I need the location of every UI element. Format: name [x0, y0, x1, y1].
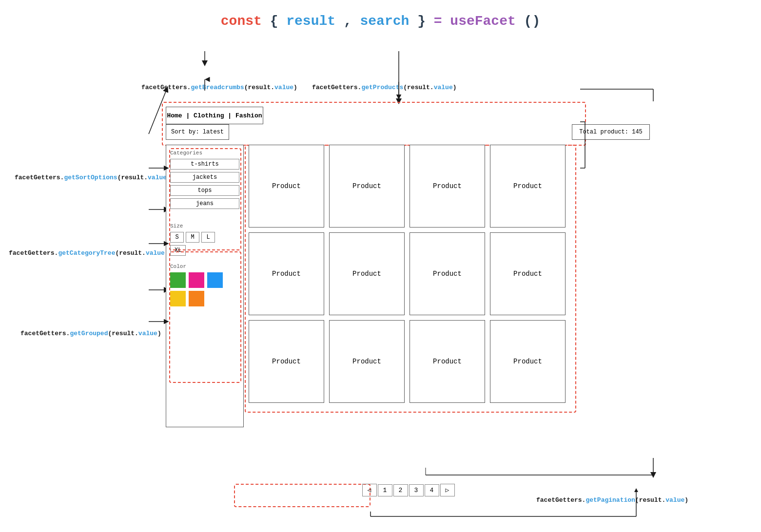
color-label: Color [170, 264, 239, 269]
pagination-bar: ◁ 1 2 3 4 ▷ [362, 484, 455, 496]
total-bar: Total product: 145 [572, 124, 650, 140]
size-m[interactable]: M [186, 232, 199, 243]
total-label: Total product: 145 [579, 129, 643, 135]
breadcrumb-text: Home | Clothing | Fashion [167, 112, 262, 119]
size-label: Size [170, 223, 239, 229]
cat-item-jackets[interactable]: jackets [170, 172, 239, 183]
annotation-products: facetGetters.getProducts(result.value) [312, 84, 457, 91]
pagination-page-2[interactable]: 2 [393, 484, 408, 496]
title-usefacet: useFacet [450, 14, 515, 29]
sidebar-panel: Categories t-shirts jackets tops jeans S… [166, 145, 244, 427]
page-title: const { result , search } = useFacet () [0, 0, 761, 34]
product-7[interactable]: Product [410, 232, 485, 315]
title-const: const [221, 14, 262, 29]
size-xl[interactable]: XL [170, 245, 186, 256]
product-6[interactable]: Product [329, 232, 405, 315]
title-brace: { [270, 14, 287, 29]
pagination-next[interactable]: ▷ [440, 484, 455, 496]
cat-item-tshirts[interactable]: t-shirts [170, 159, 239, 170]
product-12[interactable]: Product [490, 320, 566, 403]
swatch-blue[interactable] [207, 272, 223, 288]
product-2[interactable]: Product [329, 145, 405, 228]
swatch-orange[interactable] [189, 291, 204, 306]
product-grid: Product Product Product Product Product … [249, 145, 566, 403]
annotation-pagination: facetGetters.getPagination(result.value) [536, 496, 688, 504]
product-8[interactable]: Product [490, 232, 566, 315]
cat-item-jeans[interactable]: jeans [170, 198, 239, 209]
product-9[interactable]: Product [249, 320, 324, 403]
swatch-pink[interactable] [189, 272, 204, 288]
pagination-page-3[interactable]: 3 [409, 484, 424, 496]
product-1[interactable]: Product [249, 145, 324, 228]
product-3[interactable]: Product [410, 145, 485, 228]
product-10[interactable]: Product [329, 320, 405, 403]
annotation-sort-options: facetGetters.getSortOptions(result.value… [15, 174, 171, 181]
sort-label: Sort by: latest [171, 129, 224, 135]
cat-item-tops[interactable]: tops [170, 185, 239, 196]
product-4[interactable]: Product [490, 145, 566, 228]
annotation-breadcrumbs: facetGetters.getBreadcrumbs(result.value… [141, 84, 297, 91]
swatch-yellow[interactable] [170, 291, 186, 306]
size-l[interactable]: L [201, 232, 215, 243]
title-result: result [286, 14, 335, 29]
annotation-category-tree: facetGetters.getCategoryTree(result.valu… [9, 249, 169, 257]
breadcrumb-bar: Home | Clothing | Fashion [166, 107, 263, 124]
title-paren: () [524, 14, 541, 29]
swatch-green[interactable] [170, 272, 186, 288]
product-11[interactable]: Product [410, 320, 485, 403]
pagination-page-4[interactable]: 4 [425, 484, 439, 496]
pagination-prev[interactable]: ◁ [362, 484, 377, 496]
sort-bar[interactable]: Sort by: latest [166, 124, 229, 140]
title-search: search [360, 14, 409, 29]
categories-label: Categories [170, 150, 239, 156]
dashed-box-pagination [234, 484, 371, 507]
size-s[interactable]: S [170, 232, 184, 243]
title-equals: = [434, 14, 442, 29]
annotation-grouped: facetGetters.getGrouped(result.value) [20, 330, 161, 337]
pagination-page-1[interactable]: 1 [378, 484, 392, 496]
diagram: facetGetters.getBreadcrumbs(result.value… [0, 43, 761, 516]
product-5[interactable]: Product [249, 232, 324, 315]
